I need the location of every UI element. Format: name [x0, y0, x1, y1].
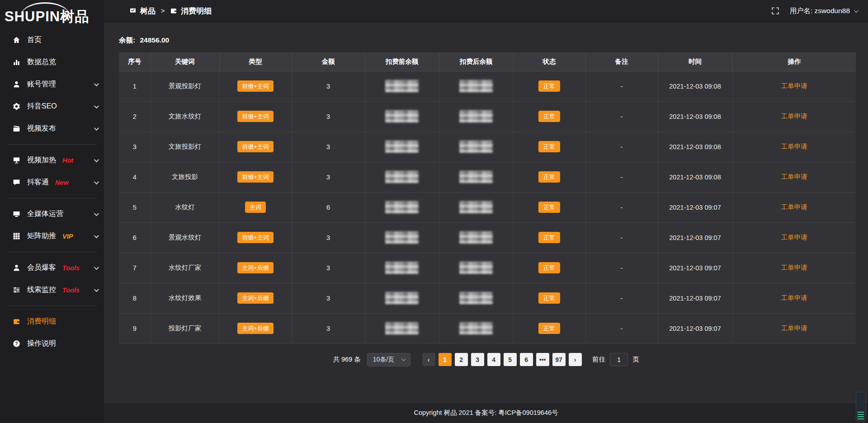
sidebar-item-media[interactable]: 全媒体运营: [0, 203, 104, 225]
row-status: 正常: [513, 283, 585, 313]
row-status-badge: 正常: [538, 202, 560, 213]
breadcrumb-item[interactable]: 消费明细: [170, 6, 212, 16]
column-header: 金额: [292, 52, 365, 71]
masked-value: [385, 322, 419, 334]
table-row: 6景观水纹灯前缀+主词3正常-2021-12-03 09:07工单申请: [119, 222, 856, 253]
row-remark: -: [585, 162, 658, 192]
sidebar-item-clue[interactable]: 线索监控Tools: [0, 279, 104, 301]
breadcrumb-separator: >: [161, 7, 165, 14]
row-index: 4: [119, 162, 151, 192]
page-button-3[interactable]: 3: [471, 353, 484, 366]
menu-divider: [7, 198, 97, 198]
sidebar-item-label: 线索监控: [27, 285, 56, 295]
row-remark: -: [585, 222, 658, 253]
chevron-down-icon: [94, 81, 99, 86]
sidebar-item-seo[interactable]: 抖音SEO: [0, 95, 104, 118]
chevron-down-icon: [94, 264, 99, 269]
masked-value: [385, 201, 419, 213]
page-ellipsis-button[interactable]: •••: [536, 353, 549, 366]
row-status-badge: 正常: [538, 292, 560, 304]
row-type: 前缀+主词: [219, 132, 292, 162]
page-button-2[interactable]: 2: [455, 353, 468, 366]
sidebar-item-label: 视频发布: [27, 124, 56, 133]
goto-page-input[interactable]: [610, 353, 628, 366]
user-dropdown[interactable]: 用户名: zswodun88: [789, 6, 857, 16]
work-order-link[interactable]: 工单申请: [781, 234, 807, 241]
row-status: 正常: [513, 192, 585, 222]
masked-value: [459, 262, 493, 274]
page-button-97[interactable]: 97: [552, 353, 566, 366]
sidebar-item-help[interactable]: ?操作说明: [0, 333, 104, 355]
main-content: 余额: 24856.00 序号关键词类型金额扣费前余额扣费后余额状态备注时间操作…: [104, 22, 868, 423]
page-button-1[interactable]: 1: [439, 353, 452, 366]
row-time: 2021-12-03 09:07: [658, 192, 732, 222]
row-amount: 3: [292, 283, 365, 313]
row-status: 正常: [513, 162, 585, 192]
page-button-5[interactable]: 5: [504, 353, 517, 366]
sidebar-item-overview[interactable]: 数据总览: [0, 51, 104, 73]
sidebar-item-account[interactable]: 账号管理: [0, 73, 104, 95]
row-keyword: 文旅投影灯: [151, 132, 219, 162]
work-order-link[interactable]: 工单申请: [781, 113, 807, 120]
work-order-link[interactable]: 工单申请: [781, 82, 807, 89]
sidebar-item-douketong[interactable]: 抖客通New: [0, 171, 104, 193]
row-balance-before: [365, 101, 439, 132]
chevron-down-icon: [94, 287, 99, 291]
work-order-link[interactable]: 工单申请: [781, 173, 807, 180]
row-amount: 3: [292, 253, 365, 283]
row-keyword: 景观投影灯: [151, 71, 219, 101]
app-logo[interactable]: SHUPIN树品: [0, 0, 104, 28]
breadcrumb-item[interactable]: 树品: [129, 6, 156, 16]
work-order-link[interactable]: 工单申请: [781, 294, 807, 301]
work-order-link[interactable]: 工单申请: [781, 203, 807, 211]
sidebar-item-consume[interactable]: 消费明细: [0, 310, 104, 333]
row-time: 2021-12-03 09:07: [658, 222, 732, 253]
page-button-4[interactable]: 4: [487, 353, 500, 366]
row-remark: -: [585, 253, 658, 283]
page-size-select[interactable]: 10条/页: [367, 353, 410, 367]
row-balance-after: [439, 192, 513, 222]
fullscreen-icon[interactable]: [771, 7, 779, 15]
masked-value: [459, 201, 493, 213]
row-status: 正常: [513, 101, 585, 132]
page-button-6[interactable]: 6: [520, 353, 533, 366]
prev-page-button[interactable]: ‹: [422, 353, 435, 366]
work-order-link[interactable]: 工单申请: [781, 143, 807, 150]
table-row: 2文旅水纹灯前缀+主词3正常-2021-12-03 09:08工单申请: [119, 101, 856, 132]
page-footer: Copyright 树品 2021 备案号: 粤ICP备09019646号: [104, 402, 868, 423]
row-status-badge: 正常: [538, 262, 560, 273]
work-order-link[interactable]: 工单申请: [781, 264, 807, 271]
row-type: 主词+后缀: [219, 253, 292, 283]
row-index: 2: [119, 101, 151, 132]
masked-value: [385, 80, 419, 92]
consume-table: 序号关键词类型金额扣费前余额扣费后余额状态备注时间操作 1景观投影灯前缀+主词3…: [119, 52, 856, 344]
sidebar-item-heat[interactable]: 视频加热Hot: [0, 149, 104, 171]
sidebar-item-badge: Tools: [62, 287, 80, 294]
sidebar-item-label: 消费明细: [27, 317, 56, 326]
row-action: 工单申请: [732, 132, 856, 162]
sidebar-item-label: 视频加热: [27, 155, 56, 165]
row-type-badge: 前缀+主词: [237, 80, 274, 92]
sidebar-item-member[interactable]: 会员爆客Tools: [0, 257, 104, 279]
row-action: 工单申请: [732, 162, 856, 192]
row-action: 工单申请: [732, 222, 856, 253]
row-time: 2021-12-03 09:08: [658, 71, 732, 101]
row-index: 7: [119, 253, 151, 283]
row-balance-after: [439, 283, 513, 313]
sidebar-item-matrix[interactable]: 矩阵助推VIP: [0, 225, 104, 247]
column-header: 扣费前余额: [365, 52, 439, 71]
sidebar-item-home[interactable]: 首页: [0, 29, 104, 51]
row-keyword: 水纹灯: [151, 192, 219, 222]
row-action: 工单申请: [732, 101, 856, 132]
float-service-widget[interactable]: [856, 392, 866, 422]
question-icon: ?: [12, 340, 20, 348]
chevron-down-icon: [94, 233, 99, 238]
column-header: 状态: [513, 52, 585, 71]
gear-icon: [12, 103, 20, 111]
row-status: 正常: [513, 132, 585, 162]
work-order-link[interactable]: 工单申请: [781, 324, 807, 332]
sidebar-item-publish[interactable]: 视频发布: [0, 118, 104, 140]
row-action: 工单申请: [732, 253, 856, 283]
next-page-button[interactable]: ›: [569, 353, 582, 366]
row-balance-after: [439, 101, 513, 132]
